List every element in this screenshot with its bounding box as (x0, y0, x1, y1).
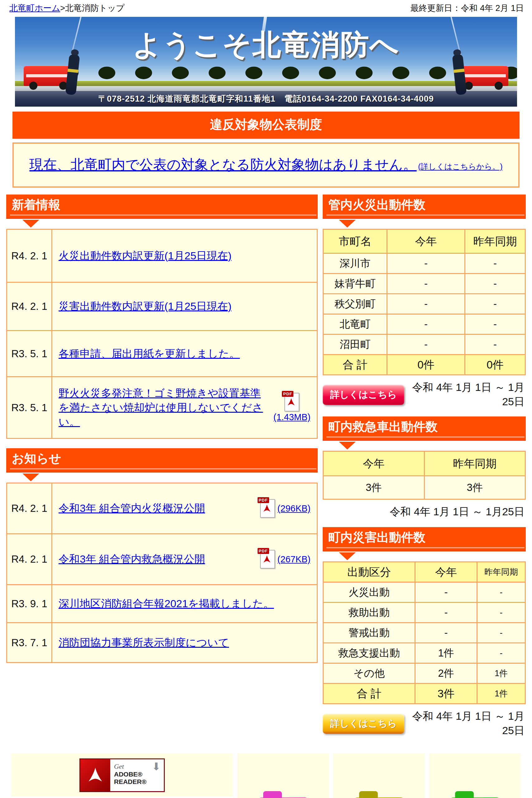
triangle-pointer-icon (339, 552, 356, 560)
table-row: R4. 2. 1 令和3年 組合管内救急概況公開 PDF (267KB) (7, 534, 317, 585)
violation-more-link[interactable]: (詳しくはこちらから。) (418, 162, 502, 171)
hero-title: ようこそ北竜消防へ (15, 25, 517, 64)
disaster-period-label: 令和 4年 1月 1日 ～ 1月25日 (404, 709, 526, 738)
news-table: R4. 2. 1 火災出動件数内訳更新(1月25日現在) R4. 2. 1 災害… (6, 229, 318, 439)
left-column: 新着情報 R4. 2. 1 火災出動件数内訳更新(1月25日現在) R4. 2.… (6, 195, 318, 663)
table-total-row: 合 計0件0件 (323, 355, 526, 375)
notices-header-label: お知らせ (12, 452, 61, 465)
table-row: R3. 9. 1 深川地区消防組合年報2021を掲載しました。 (7, 585, 317, 623)
table-row: 救助出動-- (323, 602, 526, 623)
news-date: R3. 5. 1 (7, 331, 52, 377)
table-row: 北竜町-- (323, 314, 526, 334)
violation-status-link[interactable]: 現在、北竜町内で公表の対象となる防火対象物はありません。 (29, 157, 416, 172)
table-row: R4. 2. 1 火災出動件数内訳更新(1月25日現在) (7, 230, 317, 283)
table-row: R3. 7. 1 消防団協力事業所表示制度について (7, 623, 317, 663)
disaster-section-header: 町内災害出動件数 (323, 527, 526, 551)
violation-section-header: 違反対象物公表制度 (13, 112, 519, 139)
hero-banner-image: ようこそ北竜消防へ 〒078-2512 北海道雨竜郡北竜町字和11番地1 電話0… (15, 17, 517, 107)
table-header-row: 今年 昨年同期 (323, 451, 526, 476)
table-row: その他2件1件 (323, 663, 526, 684)
fire-header-label: 管内火災出動件数 (328, 198, 425, 211)
pdf-size-link[interactable]: (267KB) (278, 554, 310, 564)
news-link[interactable]: 災害出動件数内訳更新(1月25日現在) (59, 300, 231, 312)
fire-dispatch-table: 市町名 今年 昨年同期 深川市-- 妹背牛町-- 秩父別町-- 北竜町-- 沼田… (323, 229, 526, 375)
past-notices-cell: お知らせ 過去一覧 (238, 754, 329, 798)
adobe-logo-icon (80, 759, 110, 791)
top-bar: 北竜町ホーム>北竜消防トップ 最終更新日：令和 4年 2月 1日 (0, 0, 532, 16)
notices-section-header: お知らせ (6, 448, 318, 473)
bottom-banner-row: Get ADOBE® READER® ⬇ PDF ファイルをご覧の際はAdobe… (11, 754, 521, 798)
adobe-reader-box: Get ADOBE® READER® ⬇ PDF ファイルをご覧の際はAdobe… (11, 754, 233, 798)
triangle-pointer-icon (22, 220, 39, 228)
disaster-details-button[interactable]: 詳しくはこちら (323, 713, 404, 734)
triangle-pointer-icon (339, 442, 356, 450)
table-row: R3. 5. 1 野火火災多発注意！ゴミ野焼きや設置基準を満たさない焼却炉は使用… (7, 377, 317, 439)
fire-section-header: 管内火災出動件数 (323, 195, 526, 219)
hedge-decoration (15, 81, 517, 86)
news-date: R4. 2. 1 (7, 230, 52, 283)
disaster-table: 出動区分 今年 昨年同期 火災出動-- 救助出動-- 警戒出動-- 救急支援出動… (323, 561, 526, 704)
notices-table: R4. 2. 1 令和3年 組合管内火災概況公開 PDF (296KB) (6, 483, 318, 663)
right-column: 管内火災出動件数 市町名 今年 昨年同期 深川市-- 妹背牛町-- 秩父別町--… (323, 195, 526, 745)
get-adobe-reader-banner[interactable]: Get ADOBE® READER® ⬇ (79, 758, 165, 792)
news-link[interactable]: 各種申請、届出用紙を更新しました。 (59, 348, 240, 359)
table-row: 救急支援出動1件- (323, 643, 526, 663)
news-link[interactable]: 野火火災多発注意！ゴミ野焼きや設置基準を満たさない焼却炉は使用しないでください。 (59, 387, 263, 428)
triangle-pointer-icon (339, 220, 356, 228)
table-row: 秩父別町-- (323, 294, 526, 314)
pdf-file-icon[interactable]: PDF (260, 550, 275, 568)
table-row: 深川市-- (323, 253, 526, 274)
notice-link[interactable]: 令和3年 組合管内火災概況公開 (59, 502, 205, 514)
download-arrow-icon: ⬇ (152, 761, 161, 772)
news-link[interactable]: 火災出動件数内訳更新(1月25日現在) (59, 250, 231, 261)
breadcrumb: 北竜町ホーム>北竜消防トップ (10, 2, 125, 14)
news-date: R3. 5. 1 (7, 377, 52, 439)
notice-date: R4. 2. 1 (7, 483, 52, 534)
pdf-size-link[interactable]: (296KB) (278, 504, 310, 514)
ambulance-header-label: 町内救急車出動件数 (328, 420, 438, 433)
ambulance-table: 今年 昨年同期 3件 3件 (323, 451, 526, 500)
adobe-reader-label: ADOBE® READER® (114, 770, 162, 785)
ambulance-period-label: 令和 4年 1月 1日 ～ 1月25日 (323, 505, 525, 519)
hero-address: 〒078-2512 北海道雨竜郡北竜町字和11番地1 電話0164-34-220… (15, 91, 517, 107)
holiday-doctor-cell: 休 日 当番医一覧表 (333, 754, 425, 798)
violation-box: 現在、北竜町内で公表の対象となる防火対象物はありません。 (詳しくはこちらから。… (13, 143, 519, 188)
table-row: 沼田町-- (323, 334, 526, 355)
courses-schedule-cell: 各種講習会 試験等日程表 (429, 754, 521, 798)
table-row: 3件 3件 (323, 476, 526, 500)
pdf-size-link[interactable]: (1.43MB) (273, 412, 310, 422)
news-date: R4. 2. 1 (7, 283, 52, 331)
notice-link[interactable]: 消防団協力事業所表示制度について (59, 636, 229, 648)
breadcrumb-home-link[interactable]: 北竜町ホーム (10, 3, 60, 13)
notice-link[interactable]: 深川地区消防組合年報2021を掲載しました。 (59, 598, 274, 610)
ambulance-section-header: 町内救急車出動件数 (323, 416, 526, 441)
triangle-pointer-icon (22, 473, 39, 481)
pdf-file-icon[interactable]: PDF (284, 393, 299, 412)
pdf-file-icon[interactable]: PDF (260, 499, 275, 518)
table-row: R3. 5. 1 各種申請、届出用紙を更新しました。 (7, 331, 317, 377)
fire-period-label: 令和 4年 1月 1日 ～ 1月25日 (404, 380, 526, 409)
table-header-row: 出動区分 今年 昨年同期 (323, 562, 526, 582)
table-header-row: 市町名 今年 昨年同期 (323, 230, 526, 253)
notice-date: R4. 2. 1 (7, 534, 52, 585)
table-row: 警戒出動-- (323, 623, 526, 643)
table-row: R4. 2. 1 災害出動件数内訳更新(1月25日現在) (7, 283, 317, 331)
notice-link[interactable]: 令和3年 組合管内救急概況公開 (59, 553, 205, 565)
disaster-header-label: 町内災害出動件数 (328, 530, 425, 544)
news-header-label: 新着情報 (12, 198, 60, 211)
news-section-header: 新着情報 (6, 195, 318, 219)
notice-date: R3. 7. 1 (7, 623, 52, 663)
notice-date: R3. 9. 1 (7, 585, 52, 623)
table-total-row: 合 計3件1件 (323, 684, 526, 704)
table-row: 妹背牛町-- (323, 274, 526, 294)
table-row: R4. 2. 1 令和3年 組合管内火災概況公開 PDF (296KB) (7, 483, 317, 534)
last-updated-label: 最終更新日：令和 4年 2月 1日 (410, 2, 524, 14)
fire-details-button[interactable]: 詳しくはこちら (323, 385, 404, 405)
table-row: 火災出動-- (323, 582, 526, 602)
breadcrumb-current: >北竜消防トップ (60, 3, 125, 13)
